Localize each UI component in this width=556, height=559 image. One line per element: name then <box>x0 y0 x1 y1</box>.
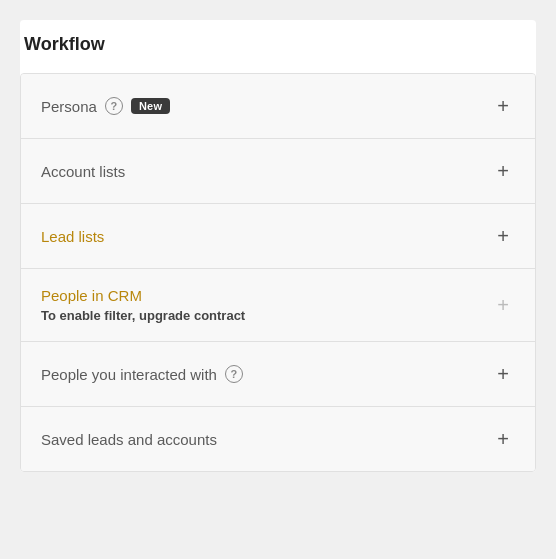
add-button-saved-leads[interactable]: + <box>491 425 515 453</box>
item-label-persona: Persona <box>41 98 97 115</box>
item-label-saved-leads: Saved leads and accounts <box>41 431 217 448</box>
item-left-lead-lists: Lead lists <box>41 228 104 245</box>
item-label-account-lists: Account lists <box>41 163 125 180</box>
item-label-row-account-lists: Account lists <box>41 163 125 180</box>
item-label-row-saved-leads: Saved leads and accounts <box>41 431 217 448</box>
list-item: Account lists + <box>21 139 535 204</box>
item-label-row-people-interacted: People you interacted with ? <box>41 365 243 383</box>
item-left-persona: Persona ? New <box>41 97 170 115</box>
item-label-row-persona: Persona ? New <box>41 97 170 115</box>
add-button-lead-lists[interactable]: + <box>491 222 515 250</box>
list-item: People you interacted with ? + <box>21 342 535 407</box>
add-button-persona[interactable]: + <box>491 92 515 120</box>
workflow-container: Workflow Persona ? New + Account lists + <box>20 20 536 472</box>
new-badge-persona: New <box>131 98 171 114</box>
add-button-people-interacted[interactable]: + <box>491 360 515 388</box>
item-label-people-interacted: People you interacted with <box>41 366 217 383</box>
help-icon-people-interacted[interactable]: ? <box>225 365 243 383</box>
help-icon-persona[interactable]: ? <box>105 97 123 115</box>
item-left-people-crm: People in CRM To enable filter, upgrade … <box>41 287 245 323</box>
list-item: People in CRM To enable filter, upgrade … <box>21 269 535 342</box>
item-label-lead-lists: Lead lists <box>41 228 104 245</box>
page-title: Workflow <box>20 20 536 69</box>
workflow-list: Persona ? New + Account lists + Lead lis… <box>20 73 536 472</box>
item-left-people-interacted: People you interacted with ? <box>41 365 243 383</box>
list-item: Lead lists + <box>21 204 535 269</box>
add-button-people-crm: + <box>491 291 515 319</box>
item-label-row-people-crm: People in CRM <box>41 287 245 304</box>
item-left-saved-leads: Saved leads and accounts <box>41 431 217 448</box>
item-label-people-crm: People in CRM <box>41 287 142 304</box>
item-label-row-lead-lists: Lead lists <box>41 228 104 245</box>
list-item: Saved leads and accounts + <box>21 407 535 471</box>
add-button-account-lists[interactable]: + <box>491 157 515 185</box>
item-left-account-lists: Account lists <box>41 163 125 180</box>
list-item: Persona ? New + <box>21 74 535 139</box>
upgrade-text-people-crm: To enable filter, upgrade contract <box>41 308 245 323</box>
